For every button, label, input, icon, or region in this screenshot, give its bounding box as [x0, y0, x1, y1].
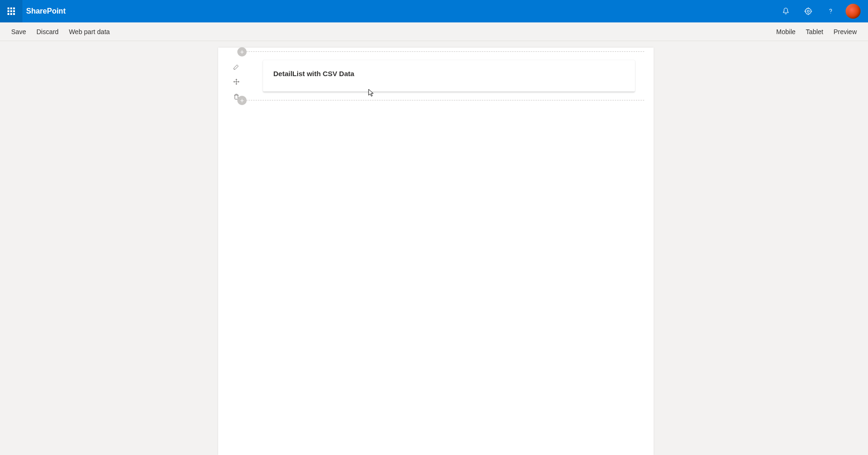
- command-bar: Save Discard Web part data Mobile Tablet…: [0, 22, 868, 41]
- tablet-view-button[interactable]: Tablet: [806, 28, 823, 36]
- section-divider-bottom: +: [242, 100, 644, 100]
- edit-icon: [233, 63, 240, 71]
- mobile-view-button[interactable]: Mobile: [776, 28, 796, 36]
- help-button[interactable]: [819, 0, 842, 22]
- command-bar-right: Mobile Tablet Preview: [776, 28, 857, 36]
- section-divider-top: +: [242, 51, 644, 52]
- question-icon: [826, 7, 835, 15]
- user-avatar[interactable]: [846, 4, 861, 19]
- bell-icon: [782, 7, 790, 15]
- webpart-data-button[interactable]: Web part data: [69, 28, 110, 36]
- move-icon: [233, 78, 240, 85]
- page-column: + DetailList with CSV Data: [218, 48, 654, 455]
- waffle-icon: [7, 7, 15, 15]
- gear-icon: [804, 7, 812, 15]
- preview-button[interactable]: Preview: [833, 28, 857, 36]
- move-webpart-button[interactable]: [232, 78, 241, 86]
- edit-webpart-button[interactable]: [232, 63, 241, 71]
- discard-button[interactable]: Discard: [36, 28, 58, 36]
- section-zone: + DetailList with CSV Data: [218, 48, 654, 108]
- add-section-bottom-button[interactable]: +: [237, 96, 247, 105]
- suite-nav-right: [775, 0, 864, 22]
- suite-nav-left: SharePoint: [0, 0, 65, 22]
- add-section-top-button[interactable]: +: [237, 47, 247, 57]
- webpart-toolbar: [232, 63, 241, 101]
- webpart-title: DetailList with CSV Data: [273, 70, 625, 78]
- save-button[interactable]: Save: [11, 28, 26, 36]
- webpart-region[interactable]: DetailList with CSV Data: [263, 60, 635, 92]
- app-name-label[interactable]: SharePoint: [26, 7, 65, 15]
- svg-point-1: [830, 13, 831, 14]
- plus-icon: +: [240, 49, 244, 55]
- canvas-area: + DetailList with CSV Data: [0, 41, 868, 455]
- suite-nav: SharePoint: [0, 0, 868, 22]
- plus-icon: +: [240, 97, 244, 104]
- command-bar-left: Save Discard Web part data: [11, 28, 110, 36]
- webpart-card[interactable]: DetailList with CSV Data: [263, 60, 635, 92]
- app-launcher-button[interactable]: [0, 0, 22, 22]
- settings-button[interactable]: [797, 0, 819, 22]
- svg-point-0: [807, 10, 810, 13]
- notifications-button[interactable]: [775, 0, 797, 22]
